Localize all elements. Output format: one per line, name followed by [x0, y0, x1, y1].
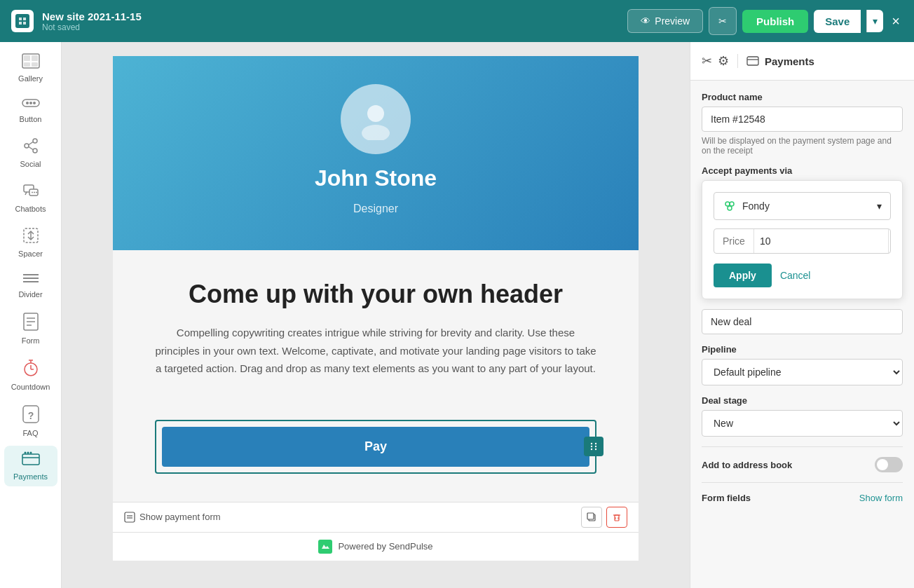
fondy-select[interactable]: Fondy ▾ [714, 192, 891, 220]
social-label: Social [20, 160, 41, 168]
canvas-area: John Stone Designer Come up with your ow… [62, 42, 690, 588]
svg-point-39 [29, 452, 32, 454]
panel-tab-settings[interactable]: ⚙ [718, 53, 729, 69]
divider-1 [702, 446, 903, 447]
text-section: Come up with your own header Compelling … [113, 250, 639, 406]
divider-2 [702, 482, 903, 483]
svg-point-11 [33, 149, 37, 153]
deal-stage-label: Deal stage [702, 395, 903, 406]
sidebar-item-form[interactable]: Form [4, 307, 57, 350]
body-text: Compelling copywriting creates intrigue … [155, 324, 596, 378]
sendpulse-logo [318, 540, 332, 554]
accept-payments-group: Accept payments via Fondy [702, 165, 903, 299]
price-label: Price [714, 229, 754, 253]
gallery-svg [22, 53, 40, 69]
svg-point-8 [33, 102, 36, 104]
sidebar-item-gallery[interactable]: Gallery [4, 48, 57, 88]
chatbots-label: Chatbots [15, 205, 46, 213]
product-name-group: Product name Will be displayed on the pa… [702, 92, 903, 156]
chevron-down-icon: ▾ [873, 15, 878, 27]
panel-header: ✂ ⚙ Payments [690, 42, 914, 81]
svg-point-43 [591, 446, 592, 447]
main-heading: Come up with your own header [155, 278, 596, 310]
sidebar-item-faq[interactable]: ? FAQ [4, 399, 57, 443]
divider-icon [22, 272, 40, 287]
sidebar-item-countdown[interactable]: Countdown [4, 353, 57, 397]
address-book-label: Add to address book [702, 460, 792, 470]
avatar-svg [355, 98, 397, 140]
drag-handle[interactable] [584, 437, 603, 456]
save-button[interactable]: Save [814, 10, 861, 33]
svg-point-7 [29, 102, 32, 104]
address-book-toggle[interactable] [875, 457, 903, 472]
gallery-icon [22, 53, 40, 71]
apply-button[interactable]: Apply [714, 264, 772, 287]
payments-svg [22, 451, 40, 467]
element-toolbar: Show payment form [113, 502, 639, 532]
product-name-input[interactable] [702, 107, 903, 132]
pay-button-wrapper: Pay [155, 420, 596, 474]
duplicate-button[interactable] [581, 507, 602, 528]
crm-deal-input[interactable] [702, 309, 903, 334]
sidebar-item-social[interactable]: Social [4, 132, 57, 174]
show-form-link[interactable]: Show form [859, 493, 903, 503]
canvas: John Stone Designer Come up with your ow… [113, 56, 639, 561]
svg-rect-56 [747, 57, 758, 65]
sendpulse-logo-svg [320, 542, 330, 552]
svg-point-41 [362, 125, 390, 140]
countdown-svg [22, 359, 39, 377]
pay-button[interactable]: Pay [162, 427, 589, 467]
show-payment-form-action[interactable]: Show payment form [124, 512, 221, 523]
panel-payments-icon [746, 55, 759, 67]
save-dropdown-button[interactable]: ▾ [866, 10, 883, 32]
svg-point-16 [32, 192, 33, 193]
svg-rect-52 [587, 513, 594, 519]
form-label: Form [22, 336, 40, 345]
svg-point-44 [591, 449, 592, 450]
button-label: Button [20, 115, 42, 123]
payments-popup: Fondy ▾ Price USD Apply Cancel [702, 180, 903, 299]
delete-button[interactable] [606, 507, 627, 528]
price-input[interactable] [754, 229, 888, 253]
cancel-button[interactable]: Cancel [780, 270, 811, 281]
publish-button[interactable]: Publish [742, 10, 808, 33]
pipeline-select[interactable]: Default pipeline [702, 359, 903, 385]
sidebar-item-chatbots[interactable]: Chatbots [4, 177, 57, 219]
topbar-right: 👁 Preview ✂ Publish Save ▾ × [627, 7, 903, 35]
svg-point-9 [33, 139, 37, 143]
sidebar-item-payments[interactable]: Payments [4, 446, 57, 486]
site-status: Not saved [42, 22, 142, 32]
sidebar-item-button[interactable]: Button [4, 91, 57, 129]
spacer-icon [22, 227, 39, 247]
preview-button[interactable]: 👁 Preview [627, 9, 703, 33]
faq-svg: ? [22, 405, 39, 423]
sidebar-item-divider[interactable]: Divider [4, 266, 57, 304]
svg-point-40 [367, 105, 384, 122]
svg-point-37 [24, 452, 26, 454]
fondy-selector-wrapper: Fondy ▾ [714, 192, 891, 220]
trash-icon [612, 512, 622, 522]
sidebar-item-spacer[interactable]: Spacer [4, 221, 57, 264]
payment-form-icon [124, 512, 135, 523]
popup-actions: Apply Cancel [714, 264, 891, 287]
chatbots-svg [22, 182, 39, 199]
svg-point-17 [34, 192, 35, 193]
deal-stage-select[interactable]: New [702, 410, 903, 437]
pipeline-label: Pipeline [702, 344, 903, 355]
left-sidebar: Gallery Button [0, 42, 62, 588]
spacer-svg [22, 227, 39, 244]
gallery-label: Gallery [18, 74, 43, 83]
topbar: New site 2021-11-15 Not saved 👁 Preview … [0, 0, 914, 42]
faq-label: FAQ [22, 429, 38, 437]
crm-deal-group [702, 309, 903, 334]
svg-point-46 [595, 446, 596, 447]
countdown-icon [22, 359, 39, 380]
fondy-chevron: ▾ [877, 200, 882, 212]
drag-icon [589, 442, 599, 451]
profile-title: Designer [353, 203, 398, 215]
scissors-button[interactable]: ✂ [709, 7, 737, 35]
pipeline-group: Pipeline Default pipeline [702, 344, 903, 385]
logo-inner [15, 14, 29, 28]
close-button[interactable]: × [889, 11, 903, 32]
profile-section: John Stone Designer [113, 56, 639, 250]
